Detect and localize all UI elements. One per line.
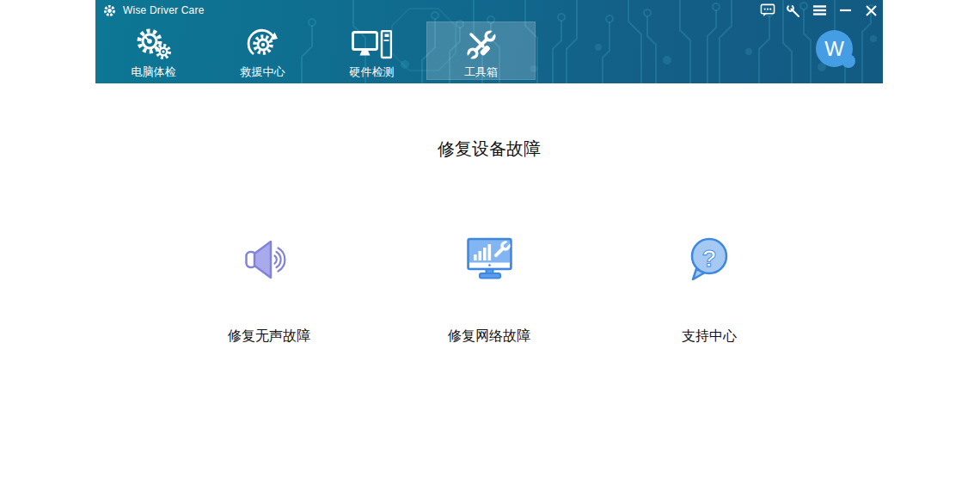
- avatar-initial: W: [816, 30, 853, 67]
- menu-icon[interactable]: [812, 3, 827, 18]
- window-controls: [760, 0, 879, 21]
- feedback-icon[interactable]: [760, 3, 775, 18]
- tab-label: 救援中心: [241, 64, 285, 80]
- speaker-fix-icon: [245, 235, 293, 285]
- network-fix-icon: [464, 235, 514, 285]
- pc-checkup-gears-icon: [136, 28, 172, 62]
- support-center-icon: ?: [687, 235, 732, 285]
- tool-fix-network[interactable]: 修复网络故障: [379, 235, 599, 346]
- app-logo-gear-icon: [103, 4, 116, 17]
- hardware-detect-icon: [352, 28, 392, 62]
- titlebar: Wise Driver Care: [95, 0, 883, 21]
- tab-hardware-detect[interactable]: 硬件检测: [317, 21, 426, 80]
- tab-toolbox[interactable]: 工具箱: [426, 21, 536, 80]
- app-window: Wise Driver Care: [95, 0, 883, 490]
- tool-label: 支持中心: [682, 328, 737, 346]
- settings-wrench-icon[interactable]: [786, 3, 801, 18]
- app-header: Wise Driver Care: [95, 0, 883, 83]
- tab-rescue-center[interactable]: 救援中心: [208, 21, 317, 80]
- tab-label: 硬件检测: [350, 64, 395, 80]
- user-avatar[interactable]: W: [816, 30, 866, 69]
- window-title: Wise Driver Care: [123, 4, 205, 16]
- tab-label: 工具箱: [464, 64, 498, 80]
- nav-tabs: 电脑体检 救援中心: [99, 21, 536, 80]
- tool-label: 修复网络故障: [448, 328, 530, 346]
- toolbox-icon: [465, 28, 498, 62]
- section-title: 修复设备故障: [95, 138, 883, 161]
- minimize-icon[interactable]: [837, 3, 853, 18]
- tool-support-center[interactable]: ? 支持中心: [599, 235, 819, 346]
- tool-fix-sound[interactable]: 修复无声故障: [159, 235, 379, 346]
- rescue-center-icon: [246, 28, 280, 62]
- question-mark-glyph: ?: [701, 245, 716, 272]
- close-icon[interactable]: [863, 3, 879, 18]
- toolbox-content: 修复设备故障 修复无声故障: [95, 83, 883, 346]
- tab-label: 电脑体检: [132, 64, 176, 80]
- tool-label: 修复无声故障: [228, 328, 310, 346]
- tab-pc-checkup[interactable]: 电脑体检: [99, 21, 208, 80]
- tool-grid: 修复无声故障: [95, 235, 883, 346]
